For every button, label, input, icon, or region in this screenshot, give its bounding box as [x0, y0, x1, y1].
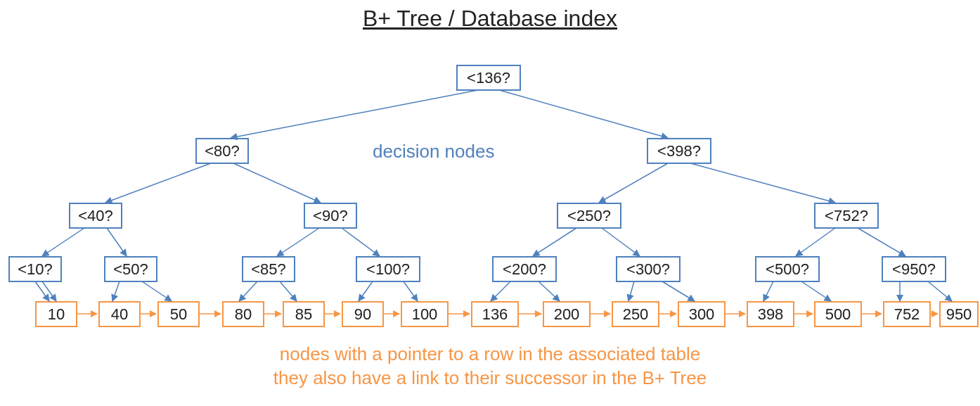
- svg-line-7: [107, 228, 127, 256]
- decision-node: <40?: [69, 203, 122, 229]
- svg-line-14: [35, 281, 49, 301]
- leaf-node: 90: [342, 301, 384, 327]
- svg-line-4: [599, 163, 668, 203]
- svg-line-22: [491, 281, 510, 301]
- decision-node: <50?: [104, 256, 157, 282]
- svg-line-12: [796, 228, 835, 256]
- svg-line-0: [231, 90, 478, 138]
- leaf-node: 100: [401, 301, 449, 327]
- decision-node: <200?: [492, 256, 557, 282]
- leaf-node: 85: [283, 301, 325, 327]
- svg-line-19: [280, 281, 297, 301]
- decision-node: <752?: [814, 203, 879, 229]
- svg-line-21: [404, 281, 418, 301]
- svg-line-23: [539, 281, 560, 301]
- decision-node: <100?: [356, 256, 420, 282]
- svg-line-20: [359, 281, 373, 301]
- leaf-node: 398: [747, 301, 794, 327]
- leaf-node: 500: [814, 301, 862, 327]
- svg-line-29: [928, 281, 952, 301]
- svg-line-16: [112, 281, 120, 301]
- svg-line-27: [801, 281, 831, 301]
- decision-node: <90?: [304, 203, 357, 229]
- leaf-node: 250: [612, 301, 659, 327]
- leaf-node: 80: [222, 301, 264, 327]
- decision-node: <250?: [557, 203, 621, 229]
- leaf-nodes-annotation-line2: they also have a link to their successor…: [0, 367, 980, 389]
- leaf-node: 40: [98, 301, 141, 327]
- svg-line-15: [42, 281, 56, 301]
- svg-line-11: [602, 228, 640, 256]
- decision-node-root: <136?: [456, 65, 521, 91]
- decision-node: <80?: [195, 138, 249, 164]
- leaf-node: 950: [939, 301, 979, 327]
- svg-line-6: [42, 228, 84, 256]
- svg-line-10: [533, 228, 576, 256]
- leaf-node: 50: [157, 301, 200, 327]
- svg-line-24: [628, 281, 634, 301]
- decision-node: <300?: [616, 256, 681, 282]
- svg-line-13: [858, 228, 905, 256]
- diagram-title: B+ Tree / Database index: [0, 6, 980, 32]
- leaf-node: 200: [543, 301, 591, 327]
- leaf-node: 10: [35, 301, 77, 327]
- decision-node: <398?: [647, 138, 711, 164]
- svg-line-18: [239, 281, 257, 301]
- leaf-node: 136: [471, 301, 519, 327]
- svg-line-25: [662, 281, 695, 301]
- decision-node: <500?: [755, 256, 820, 282]
- svg-line-26: [763, 281, 773, 301]
- decision-node: <950?: [882, 256, 946, 282]
- svg-line-8: [277, 228, 319, 256]
- svg-line-3: [233, 163, 321, 203]
- decision-node: <10?: [8, 256, 62, 282]
- leaf-nodes-annotation-line1: nodes with a pointer to a row in the ass…: [0, 343, 980, 365]
- svg-line-17: [142, 281, 172, 301]
- svg-line-9: [342, 228, 380, 256]
- svg-line-2: [105, 163, 211, 203]
- svg-line-5: [690, 163, 835, 203]
- decision-node: <85?: [242, 256, 295, 282]
- leaf-node: 752: [883, 301, 931, 327]
- decision-nodes-annotation: decision nodes: [373, 141, 494, 163]
- leaf-node: 300: [678, 301, 726, 327]
- svg-line-1: [499, 90, 668, 138]
